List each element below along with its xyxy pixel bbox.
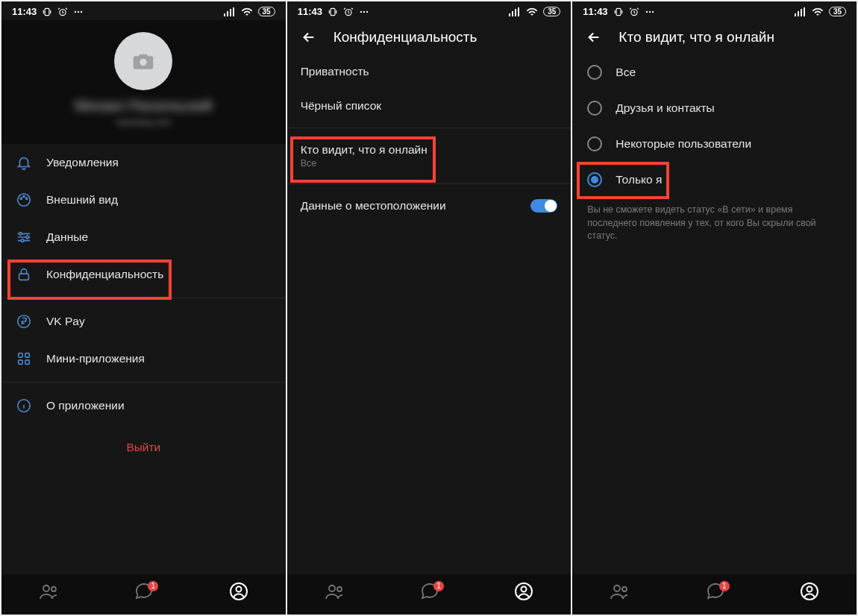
menu-label: Мини-приложения (46, 352, 145, 365)
nav-contacts[interactable] (610, 582, 630, 603)
menu-label: Внешний вид (46, 193, 118, 207)
svg-rect-22 (25, 360, 30, 365)
radio-friends[interactable]: Друзья и контакты (572, 90, 857, 126)
svg-rect-47 (798, 11, 799, 16)
battery-indicator: 35 (829, 7, 846, 16)
svg-point-31 (363, 10, 365, 12)
nav-contacts[interactable] (39, 582, 60, 603)
item-blacklist[interactable]: Чёрный список (287, 89, 572, 123)
nav-contacts[interactable] (325, 582, 345, 603)
svg-point-37 (329, 585, 335, 591)
svg-rect-41 (616, 8, 621, 15)
back-icon[interactable] (586, 29, 602, 45)
radio-label: Только я (616, 173, 662, 186)
more-icon (73, 7, 84, 17)
radio-label: Все (616, 66, 636, 79)
header-title: Конфиденциальность (334, 29, 477, 45)
svg-rect-46 (795, 13, 796, 16)
item-label: Кто видит, что я онлайн (301, 143, 558, 157)
svg-point-12 (23, 195, 25, 197)
status-bar: 11:43 35 (1, 1, 286, 20)
menu-data[interactable]: Данные (1, 219, 286, 256)
avatar[interactable] (114, 32, 172, 90)
radio-some[interactable]: Некоторые пользователи (572, 126, 857, 162)
svg-point-40 (522, 587, 527, 592)
svg-point-51 (622, 587, 627, 591)
status-time: 11:43 (298, 6, 322, 17)
bottom-nav: 1 (287, 574, 572, 615)
header-title: Кто видит, что я онлайн (619, 29, 774, 45)
contacts-icon (325, 582, 345, 600)
ruble-icon (16, 313, 32, 330)
radio-only-me[interactable]: Только я (572, 162, 857, 198)
alarm-icon (629, 7, 639, 17)
separator (1, 382, 286, 383)
svg-rect-48 (801, 9, 802, 16)
status-bar: 11:43 35 (572, 1, 857, 20)
menu-vkpay[interactable]: VK Pay (1, 303, 286, 340)
profile-icon (229, 582, 248, 601)
radio-label: Друзья и контакты (616, 101, 714, 115)
radio-all[interactable]: Все (572, 54, 857, 90)
screen-privacy: 11:43 35 Конфиденциальность Приватность … (287, 1, 572, 615)
svg-point-25 (51, 587, 56, 591)
screen-who-sees-online: 11:43 35 Кто видит, что я онлайн Все Дру… (572, 1, 857, 615)
svg-point-4 (81, 10, 82, 12)
status-time: 11:43 (583, 6, 607, 17)
item-privacy[interactable]: Приватность (287, 54, 572, 89)
svg-rect-8 (233, 7, 234, 16)
hint-text: Вы не сможете видеть статус «В сети» и в… (572, 198, 857, 243)
nav-profile[interactable] (229, 582, 248, 604)
nav-profile[interactable] (800, 582, 819, 604)
svg-point-3 (78, 10, 79, 12)
more-icon (359, 7, 369, 17)
nav-messages[interactable]: 1 (420, 582, 439, 603)
header: Конфиденциальность (287, 20, 572, 54)
nav-badge: 1 (719, 581, 730, 591)
item-who-sees-online[interactable]: Кто видит, что я онлайн Все (287, 133, 572, 179)
menu-label: Данные (46, 230, 88, 244)
profile-header[interactable]: Михаил Раскольский raskolsky.com (1, 20, 286, 144)
signal-icon (795, 7, 807, 16)
svg-point-53 (807, 587, 812, 592)
nav-badge: 1 (433, 581, 444, 591)
svg-point-11 (20, 198, 22, 199)
info-icon (16, 397, 32, 414)
privacy-menu: Приватность Чёрный список Кто видит, что… (287, 54, 572, 574)
wifi-icon (241, 7, 253, 16)
svg-rect-0 (45, 8, 49, 15)
nav-profile[interactable] (514, 582, 533, 604)
screen-settings: 11:43 35 Михаил Раскольский raskolsky.co… (1, 1, 286, 615)
menu-label: Уведомления (46, 156, 119, 169)
svg-point-44 (648, 10, 650, 12)
menu-miniapps[interactable]: Мини-приложения (1, 340, 286, 377)
wifi-icon (812, 7, 824, 16)
menu-label: О приложении (46, 399, 125, 412)
status-bar: 11:43 35 (287, 1, 572, 20)
nav-badge: 1 (148, 581, 158, 591)
nav-messages[interactable]: 1 (134, 582, 154, 603)
item-location[interactable]: Данные о местоположении (287, 189, 572, 223)
alarm-icon (343, 7, 354, 17)
svg-rect-36 (518, 7, 519, 16)
logout-button[interactable]: Выйти (1, 424, 286, 471)
svg-point-16 (21, 239, 24, 242)
battery-indicator: 35 (543, 7, 560, 16)
location-toggle[interactable] (530, 199, 557, 213)
menu-about[interactable]: О приложении (1, 387, 286, 424)
signal-icon (509, 7, 521, 16)
item-label: Приватность (301, 65, 369, 78)
menu-privacy[interactable]: Конфиденциальность (1, 256, 286, 293)
bottom-nav: 1 (572, 574, 857, 615)
menu-appearance[interactable]: Внешний вид (1, 181, 286, 219)
back-icon[interactable] (301, 29, 317, 45)
menu-notifications[interactable]: Уведомления (1, 144, 286, 181)
alarm-icon (57, 7, 68, 17)
settings-menu: Уведомления Внешний вид Данные Конфиденц… (1, 144, 286, 574)
svg-rect-6 (227, 11, 228, 16)
separator (1, 298, 286, 298)
svg-point-45 (652, 10, 654, 12)
nav-messages[interactable]: 1 (706, 582, 725, 603)
lock-icon (16, 266, 32, 283)
vibrate-icon (328, 7, 338, 17)
